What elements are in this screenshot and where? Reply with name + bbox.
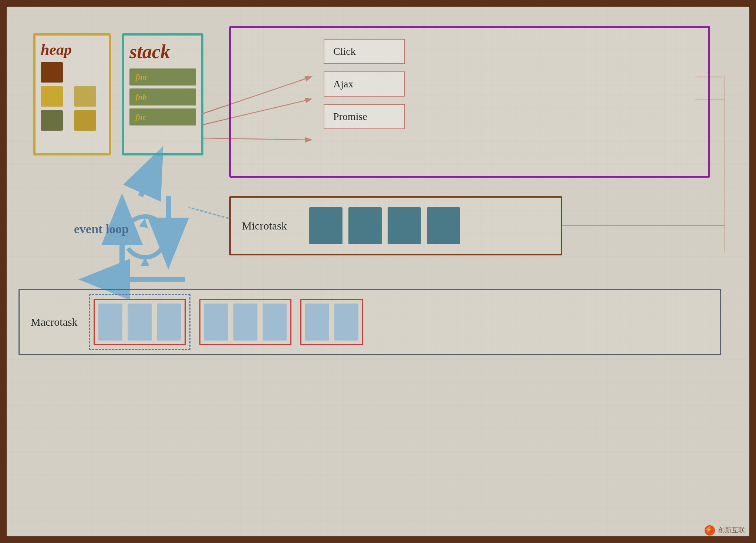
microtask-block-4 [427, 207, 460, 244]
webapi-click: Click [324, 39, 405, 64]
heap-block-4 [41, 110, 63, 131]
webapis-items: Click Ajax Promise [324, 39, 697, 129]
macrotask-block-1c [157, 304, 181, 341]
webapi-ajax: Ajax [324, 71, 405, 97]
microtask-blocks [309, 207, 460, 244]
macrotask-block-2c [263, 304, 287, 341]
heap-block-3 [74, 86, 96, 107]
stack-fn-c: fnc [129, 108, 196, 125]
microtask-block-3 [388, 207, 421, 244]
heap-block-2 [41, 86, 63, 107]
macrotask-group-3 [300, 299, 363, 345]
watermark: ⚡ 创新互联 [705, 525, 745, 536]
event-loop-label: event loop [74, 222, 129, 236]
stack-fn-a: fna [129, 68, 196, 86]
heap-block-1 [41, 62, 63, 83]
macrotask-inner-1 [94, 299, 186, 345]
macrotask-block-3b [334, 304, 358, 341]
microtask-block-2 [348, 207, 382, 244]
microtask-box: Microtask [229, 196, 562, 255]
svg-point-11 [125, 217, 165, 257]
macrotask-block-2a [204, 304, 228, 341]
watermark-icon: ⚡ [705, 525, 715, 536]
watermark-text: 创新互联 [718, 526, 745, 534]
webapi-promise: Promise [324, 104, 405, 129]
stack-box: stack fna fnb fnc [122, 33, 203, 155]
heap-title: heap [41, 41, 104, 58]
svg-marker-13 [141, 257, 149, 266]
heap-block-5 [74, 110, 96, 131]
macrotask-box: Macrotask [18, 289, 721, 355]
macrotask-block-1b [128, 304, 152, 341]
macrotask-group-1 [89, 294, 190, 350]
stack-fn-b: fnb [129, 88, 196, 105]
webapis-box: Click Ajax Promise [229, 26, 710, 178]
stack-title: stack [129, 41, 196, 63]
heap-box: heap [33, 33, 111, 155]
heap-block-empty [74, 62, 96, 83]
heap-blocks [41, 62, 104, 131]
svg-marker-12 [139, 218, 149, 228]
macrotask-block-3a [305, 304, 329, 341]
microtask-label: Microtask [242, 219, 287, 232]
macrotask-block-1a [98, 304, 122, 341]
macrotask-label: Macrotask [31, 316, 78, 328]
svg-line-14 [189, 207, 229, 218]
microtask-block-1 [309, 207, 342, 244]
macrotask-block-2b [233, 304, 257, 341]
macrotask-group-2 [199, 299, 291, 345]
